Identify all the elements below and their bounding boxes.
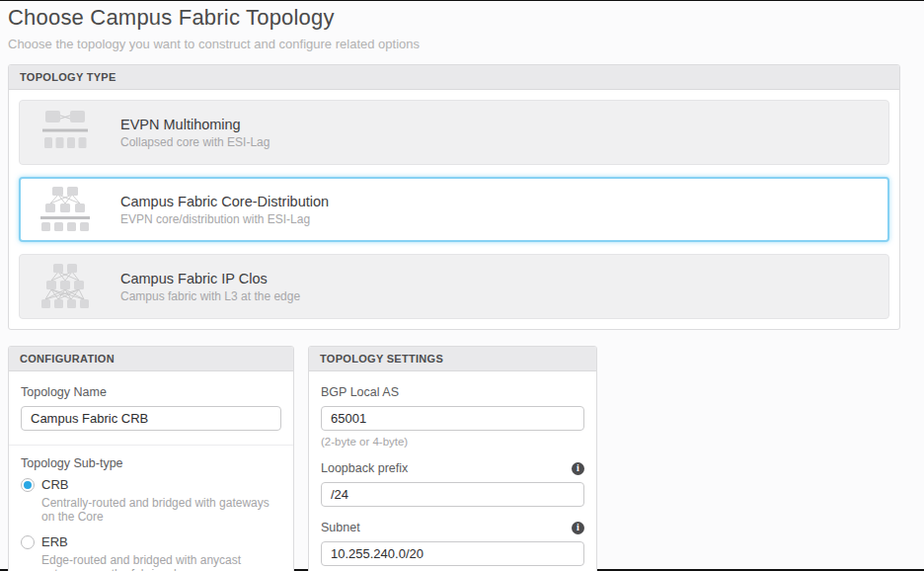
subtype-crb-description: Centrally-routed and bridged with gatewa… [41,496,281,524]
topology-type-options: EVPN Multihoming Collapsed core with ESI… [9,90,899,329]
subnet-input[interactable] [321,541,584,566]
evpn-multihoming-icon [39,109,91,156]
topology-option-title: EVPN Multihoming [120,117,270,132]
bottom-panels-row: CONFIGURATION Topology Name Topology Sub… [8,346,916,571]
topology-option-evpn-multihoming[interactable]: EVPN Multihoming Collapsed core with ESI… [19,100,889,165]
topology-option-ip-clos[interactable]: Campus Fabric IP Clos Campus fabric with… [19,254,889,319]
topology-option-title: Campus Fabric IP Clos [120,271,300,286]
subtype-erb-description: Edge-routed and bridged with anycast gat… [41,553,281,571]
info-icon[interactable]: i [572,522,584,534]
choose-campus-fabric-topology-page: Choose Campus Fabric Topology Choose the… [0,0,924,571]
topology-settings-panel: TOPOLOGY SETTINGS BGP Local AS (2-byte o… [308,346,597,571]
configuration-header: CONFIGURATION [9,347,293,371]
subtype-crb-label: CRB [41,477,68,492]
page-subtitle: Choose the topology you want to construc… [8,37,916,51]
subnet-label: Subnet [321,521,360,534]
page-title: Choose Campus Fabric Topology [8,5,916,31]
topology-option-description: EVPN core/distribution with ESI-Lag [120,212,329,226]
ip-clos-icon [39,263,91,310]
topology-subtype-label: Topology Sub-type [21,456,281,470]
topology-settings-header: TOPOLOGY SETTINGS [309,347,596,371]
topology-name-input[interactable] [21,406,281,431]
page-header: Choose Campus Fabric Topology Choose the… [0,1,924,51]
topology-type-header: TOPOLOGY TYPE [9,65,899,90]
loopback-prefix-label: Loopback prefix [321,461,408,475]
topology-option-description: Collapsed core with ESI-Lag [120,135,270,149]
subtype-erb-label: ERB [41,534,68,549]
core-distribution-icon [39,186,91,233]
divider [9,445,293,446]
bgp-local-as-hint: (2-byte or 4-byte) [321,436,584,448]
radio-icon[interactable] [21,478,35,492]
topology-type-panel: TOPOLOGY TYPE EVPN Multih [8,64,900,330]
topology-name-label: Topology Name [21,385,281,399]
bgp-local-as-label: BGP Local AS [321,385,584,399]
subtype-radio-erb[interactable]: ERB [21,534,281,549]
loopback-prefix-input[interactable] [321,482,584,507]
topology-option-description: Campus fabric with L3 at the edge [120,289,300,303]
topology-option-title: Campus Fabric Core-Distribution [120,194,329,209]
info-icon[interactable]: i [572,462,584,475]
radio-icon[interactable] [21,535,35,549]
subtype-radio-crb[interactable]: CRB [21,477,281,492]
bgp-local-as-input[interactable] [321,406,584,431]
configuration-panel: CONFIGURATION Topology Name Topology Sub… [8,346,294,571]
topology-option-core-distribution[interactable]: Campus Fabric Core-Distribution EVPN cor… [19,177,889,242]
